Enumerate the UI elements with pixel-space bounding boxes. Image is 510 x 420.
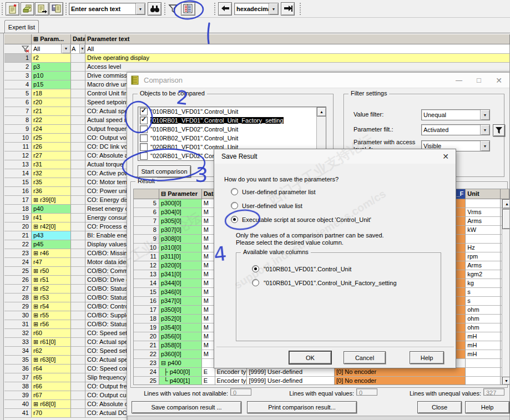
param-cell[interactable]: r20 [32, 98, 71, 107]
search-input[interactable]: Enter search text ▼ [69, 3, 145, 15]
comparison-button[interactable] [181, 2, 195, 16]
param-cell[interactable]: ⊞ r61[0] [32, 338, 71, 347]
toolbar-gripper[interactable] [214, 3, 218, 15]
param-cell[interactable]: r25 [32, 134, 71, 143]
param-cell[interactable]: r70 [32, 409, 71, 418]
table-row[interactable]: 2p3Access level [4, 63, 510, 72]
start-comparison-button[interactable]: Start comparison [138, 165, 191, 178]
column-header-rownum[interactable] [4, 34, 32, 44]
param-cell[interactable]: p311[0] [159, 252, 202, 261]
save-result-titlebar[interactable]: Save Result ✕ [214, 149, 456, 164]
param-cell[interactable]: ⊞ r68[0] [32, 400, 71, 409]
chevron-down-icon[interactable]: ▼ [480, 125, 489, 135]
comparison-object-item[interactable]: "010RB01_VFD02".Control_Unit [138, 125, 316, 134]
param-cell[interactable]: p310[0] [159, 244, 202, 252]
filter-data-select[interactable]: A ▼ [71, 44, 85, 53]
save-comparison-result-button[interactable]: Save comparison result ... [132, 401, 241, 413]
param-cell[interactable]: ⊞ r50 [32, 267, 71, 276]
checkbox[interactable] [140, 125, 148, 133]
chevron-down-icon[interactable]: ▼ [480, 110, 489, 120]
param-cell[interactable]: r21 [32, 107, 71, 116]
checkbox-checked[interactable] [140, 108, 148, 115]
value-filter-select[interactable]: Unequal ▼ [421, 109, 490, 120]
scroll-up-icon[interactable]: ▲ [317, 107, 326, 117]
scroll-down-icon[interactable]: ▼ [502, 377, 510, 385]
param-cell[interactable]: ⊞ r46 [32, 249, 71, 258]
radio-button[interactable] [231, 202, 238, 209]
param-cell[interactable]: r22 [32, 116, 71, 125]
param-cell[interactable]: p320[0] [159, 261, 202, 270]
chevron-down-icon[interactable]: ▼ [135, 3, 145, 14]
chevron-down-icon[interactable]: ▼ [480, 141, 489, 151]
param-cell[interactable]: ⊞ r55 [32, 311, 71, 320]
param-cell[interactable]: ⊟ p400 [159, 359, 202, 368]
param-cell[interactable]: r2 [32, 54, 71, 63]
param-cell[interactable]: ⊞ r56 [32, 320, 71, 329]
toolbar-gripper[interactable] [2, 3, 5, 15]
param-cell[interactable]: p307[0] [159, 226, 202, 235]
open-list-button[interactable] [21, 2, 34, 16]
display-format-select[interactable]: hexadecimal ▼ [234, 3, 279, 15]
param-cell[interactable]: r18 [32, 89, 71, 98]
param-cell[interactable]: p304[0] [159, 208, 202, 217]
save-option[interactable]: User-defined value list [231, 202, 302, 209]
param-cell[interactable]: r35 [32, 178, 71, 187]
param-cell[interactable]: r27 [32, 151, 71, 160]
param-cell[interactable]: p358[0] [159, 341, 202, 350]
param-cell[interactable]: p300[0] [159, 199, 202, 208]
param-cell[interactable]: p3 [32, 63, 71, 72]
cancel-button[interactable]: Cancel [344, 351, 386, 364]
radio-button[interactable] [252, 279, 259, 286]
minimize-icon[interactable]: — [453, 77, 465, 84]
param-cell[interactable]: r64 [32, 365, 71, 373]
param-cell[interactable]: r47 [32, 258, 71, 267]
radio-button-selected[interactable] [231, 216, 238, 223]
result-header-unit[interactable]: Unit [466, 189, 501, 199]
close-button[interactable]: Close [417, 401, 462, 413]
param-cell[interactable]: ├ p400[0] [159, 368, 202, 377]
chevron-down-icon[interactable]: ▼ [79, 44, 85, 53]
scroll-up-icon[interactable]: ▲ [502, 199, 510, 209]
table-row[interactable]: 1r2Drive operating display [4, 54, 510, 63]
close-icon[interactable]: ✕ [493, 76, 505, 85]
param-cell[interactable]: r31 [32, 160, 71, 169]
value-column-option[interactable]: "010RB01_VFD01".Control_Unit [252, 265, 351, 272]
param-cell[interactable]: ⊞ r52 [32, 285, 71, 294]
comparison-object-item[interactable]: "010RB02_VFD01".Control_Unit [138, 134, 316, 143]
param-cell[interactable]: p341[0] [159, 270, 202, 279]
column-header-text[interactable]: Parameter text [85, 34, 510, 44]
param-cell[interactable]: ⊞ r54 [32, 302, 71, 311]
param-cell[interactable]: r60 [32, 329, 71, 338]
filter-param-select[interactable]: All ▼ [32, 44, 70, 53]
print-comparison-result-button[interactable]: Print comparison result... [247, 401, 357, 413]
param-cell[interactable]: r26 [32, 143, 71, 151]
radio-button[interactable] [231, 188, 238, 195]
checkbox-checked[interactable] [140, 117, 148, 124]
checkbox[interactable] [140, 134, 148, 142]
ok-button[interactable]: OK [289, 351, 331, 364]
column-header-param[interactable]: ⊞ Param... [32, 34, 71, 44]
dialog-help-button[interactable]: Help [410, 351, 444, 364]
save-option[interactable]: User-defined parameter list [231, 188, 316, 195]
result-header-rownum[interactable] [134, 189, 159, 199]
comparison-titlebar[interactable]: Comparison — □ ✕ [127, 73, 509, 88]
param-cell[interactable]: p308[0] [159, 235, 202, 244]
radio-button-selected[interactable] [252, 265, 259, 272]
toolbar-gripper[interactable] [164, 3, 168, 15]
param-cell[interactable]: p352[0] [159, 315, 202, 323]
chevron-down-icon[interactable]: ▼ [61, 44, 70, 53]
param-cell[interactable]: p43 [32, 231, 71, 240]
filter-text-value[interactable]: All [85, 44, 510, 54]
param-cell[interactable]: p360[0] [159, 350, 202, 359]
checkbox[interactable] [140, 143, 148, 151]
export-list-button[interactable] [35, 2, 49, 16]
param-cell[interactable]: ⊞ r63[0] [32, 356, 71, 365]
param-cell[interactable]: p350[0] [159, 306, 202, 315]
param-cell[interactable]: r66 [32, 382, 71, 391]
column-header-data[interactable]: Data [71, 34, 85, 44]
param-cell[interactable]: r65 [32, 373, 71, 382]
goto-button[interactable] [281, 2, 295, 16]
close-icon[interactable]: ✕ [442, 152, 449, 161]
comparison-object-item[interactable]: "010RB01_VFD01".Control_Unit [138, 107, 316, 116]
save-list-button[interactable] [49, 2, 63, 16]
